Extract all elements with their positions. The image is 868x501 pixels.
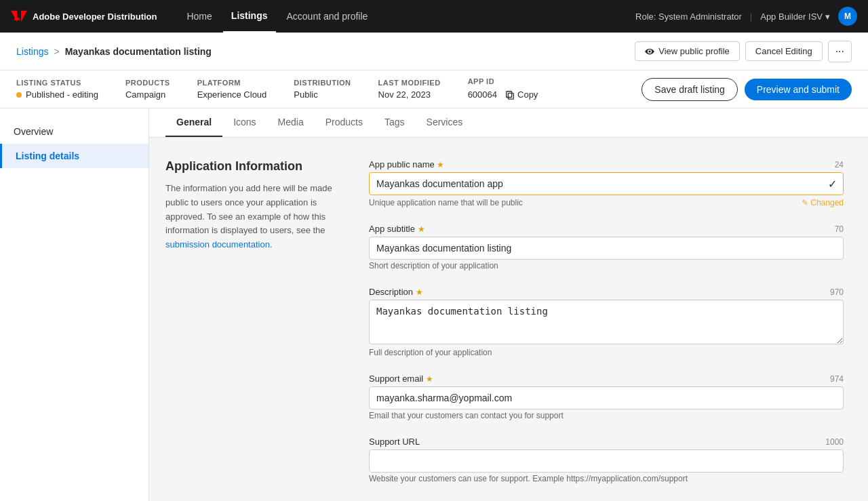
app-public-name-count: 24: [835, 160, 844, 169]
eye-icon: [645, 47, 654, 56]
app-subtitle-hint: Short description of your application: [369, 261, 498, 270]
cancel-editing-button[interactable]: Cancel Editing: [745, 41, 823, 61]
nav-listings[interactable]: Listings: [223, 0, 276, 33]
app-public-name-required: ★: [437, 160, 444, 169]
distribution-label: DISTRIBUTION: [294, 79, 351, 87]
field-support-email: Support email ★ 974 Email that your cust…: [369, 374, 844, 420]
copy-icon: [505, 90, 515, 100]
status-distribution: DISTRIBUTION Public: [294, 79, 351, 100]
description-textarea[interactable]: [369, 300, 844, 344]
last-modified-label: LAST MODIFIED: [378, 79, 441, 87]
preview-submit-label: Preview and submit: [757, 84, 840, 95]
more-icon: ···: [835, 45, 844, 57]
support-email-input[interactable]: [369, 386, 844, 409]
description-label-row: Description ★ 970: [369, 287, 844, 297]
tab-icons[interactable]: Icons: [222, 108, 267, 137]
tab-general[interactable]: General: [165, 108, 222, 137]
support-url-input[interactable]: [369, 449, 844, 473]
distribution-value: Public: [294, 89, 351, 100]
status-listing-status: LISTING STATUS Published - editing: [16, 79, 98, 100]
save-draft-button[interactable]: Save draft listing: [642, 78, 738, 101]
app-logo[interactable]: Adobe Developer Distribution: [11, 8, 157, 24]
top-navigation: Adobe Developer Distribution Home Listin…: [0, 0, 868, 33]
svg-rect-1: [508, 93, 513, 99]
tab-services[interactable]: Services: [416, 108, 474, 137]
app-public-name-input-wrap: ✓: [369, 172, 844, 195]
section-title: Application Information: [165, 159, 342, 174]
listing-status-label: LISTING STATUS: [16, 79, 98, 87]
tab-tags[interactable]: Tags: [374, 108, 416, 137]
field-support-url: Support URL 1000 Website your customers …: [369, 437, 844, 483]
checkmark-icon: ✓: [828, 178, 837, 191]
breadcrumb-current: Mayankas documentation listing: [65, 46, 212, 57]
status-platform: PLATFORM Experience Cloud: [197, 79, 267, 100]
sidebar-listing-details-label: Listing details: [16, 151, 79, 161]
changed-badge: ✎ Changed: [802, 198, 844, 207]
support-email-count: 974: [830, 374, 844, 384]
description-required: ★: [416, 287, 423, 297]
app-subtitle-count: 70: [835, 224, 844, 234]
form-wrapper: Application Information The information …: [149, 138, 868, 501]
sidebar-item-listing-details[interactable]: Listing details: [0, 144, 149, 168]
support-url-count: 1000: [825, 437, 844, 447]
breadcrumb-listings[interactable]: Listings: [16, 46, 48, 57]
sidebar-overview-label: Overview: [14, 126, 53, 137]
description-label: Description ★: [369, 287, 423, 297]
submission-documentation-link[interactable]: submission documentation: [165, 239, 270, 249]
support-email-label-row: Support email ★ 974: [369, 374, 844, 384]
platform-value: Experience Cloud: [197, 89, 267, 100]
more-options-button[interactable]: ···: [828, 41, 852, 62]
form-fields: App public name ★ 24 ✓ Unique applicatio…: [369, 159, 844, 501]
breadcrumb-sep: >: [54, 46, 59, 57]
chevron-down-icon: ▾: [825, 12, 830, 22]
app-public-name-input[interactable]: [369, 172, 844, 195]
app-subtitle-input[interactable]: [369, 237, 844, 260]
app-subtitle-label-row: App subtitle ★ 70: [369, 224, 844, 234]
app-subtitle-required: ★: [418, 224, 425, 234]
main-layout: Overview Listing details General Icons M…: [0, 108, 868, 501]
copy-app-id-button[interactable]: Copy: [501, 88, 542, 101]
products-label: PRODUCTS: [125, 79, 170, 87]
status-bar-actions: Save draft listing Preview and submit: [642, 78, 852, 101]
field-description: Description ★ 970 Full description of yo…: [369, 287, 844, 357]
support-email-hint: Email that your customers can contact yo…: [369, 411, 564, 420]
description-count: 970: [830, 287, 844, 297]
view-public-profile-button[interactable]: View public profile: [635, 41, 740, 61]
svg-rect-2: [507, 91, 512, 97]
field-app-subtitle: App subtitle ★ 70 Short description of y…: [369, 224, 844, 270]
nav-account[interactable]: Account and profile: [279, 0, 376, 33]
nav-links: Home Listings Account and profile: [178, 0, 635, 33]
content-area: General Icons Media Products Tags Servic…: [149, 108, 868, 501]
support-url-hint: Website your customers can use for suppo…: [369, 474, 688, 483]
nav-separator: |: [750, 12, 752, 22]
section-description: The information you add here will be mad…: [165, 182, 342, 252]
svg-point-0: [649, 50, 652, 53]
sidebar: Overview Listing details: [0, 108, 149, 501]
page-header: Listings > Mayankas documentation listin…: [0, 33, 868, 71]
platform-label: PLATFORM: [197, 79, 267, 87]
tab-products[interactable]: Products: [315, 108, 374, 137]
pencil-icon: ✎: [802, 198, 808, 207]
status-last-modified: LAST MODIFIED Nov 22, 2023: [378, 79, 441, 100]
role-dropdown[interactable]: App Builder ISV ▾: [760, 12, 830, 22]
app-public-name-label: App public name ★: [369, 159, 444, 169]
tabs-bar: General Icons Media Products Tags Servic…: [149, 108, 868, 138]
field-app-public-name: App public name ★ 24 ✓ Unique applicatio…: [369, 159, 844, 207]
description-hint: Full description of your application: [369, 348, 492, 357]
page-header-actions: View public profile Cancel Editing ···: [635, 41, 852, 62]
preview-submit-button[interactable]: Preview and submit: [745, 79, 852, 100]
cancel-editing-label: Cancel Editing: [755, 46, 812, 56]
tab-media[interactable]: Media: [267, 108, 315, 137]
user-avatar[interactable]: M: [838, 7, 857, 26]
sidebar-item-overview[interactable]: Overview: [0, 119, 149, 144]
form-section-info: Application Information The information …: [165, 159, 342, 501]
products-value: Campaign: [125, 89, 170, 100]
nav-home[interactable]: Home: [178, 0, 220, 33]
status-bar: LISTING STATUS Published - editing PRODU…: [0, 71, 868, 108]
listing-status-value: Published - editing: [16, 89, 98, 100]
save-draft-label: Save draft listing: [654, 84, 725, 95]
view-profile-label: View public profile: [658, 46, 730, 56]
logo-text: Adobe Developer Distribution: [33, 12, 157, 22]
status-app-id: APP ID 600064 Copy: [468, 77, 542, 101]
last-modified-value: Nov 22, 2023: [378, 89, 441, 100]
